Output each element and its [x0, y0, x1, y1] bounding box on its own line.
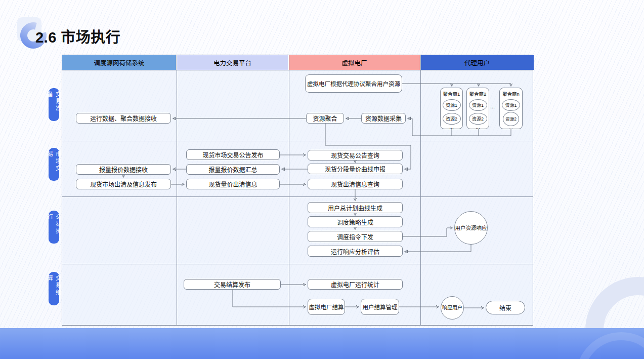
- node-vpp-operation-stats: 虚拟电厂运行统计: [308, 279, 403, 290]
- node-settlement-publish: 交易结算发布: [184, 279, 281, 290]
- more-dots: ...: [476, 126, 480, 128]
- more-dots: ...: [449, 126, 453, 128]
- resource-node: 资源2: [443, 113, 461, 125]
- node-end: 结束: [486, 301, 525, 314]
- node-spot-notice-query: 现货交易公告查询: [308, 150, 403, 161]
- aggregator-group-2: 聚合商2 资源1 资源2 ...: [466, 88, 489, 129]
- node-vpp-settlement: 虚拟电厂结算: [308, 299, 345, 315]
- aggregator-ellipsis: ...: [490, 103, 495, 109]
- resource-node: 资源1: [469, 99, 487, 111]
- node-resource-data-collect: 资源数据采集: [361, 113, 406, 124]
- node-bid-data-receive: 报量报价数据接收: [76, 164, 171, 175]
- aggregator-label: 聚合商2: [469, 90, 487, 97]
- node-bid-data-summary: 报量报价数据汇总: [186, 164, 280, 175]
- node-dispatch-command: 调度指令下发: [308, 231, 403, 242]
- node-run-data-receive: 运行数据、聚合数据接收: [76, 113, 171, 124]
- node-response-evaluation: 运行响应分析评估: [308, 246, 403, 257]
- resource-node: 资源1: [443, 99, 461, 111]
- resource-node: 资源1: [502, 99, 520, 111]
- node-user-settlement: 用户结算管理: [361, 299, 399, 315]
- resource-node: 资源2: [469, 113, 487, 125]
- bottom-band: [0, 328, 644, 359]
- node-resource-aggregation: 资源聚合: [306, 113, 344, 124]
- aggregator-group-1: 聚合商1 资源1 资源2 ...: [440, 88, 463, 129]
- node-clearing-info: 现货量价出清信息: [186, 179, 280, 189]
- node-spot-notice-publish: 现货市场交易公告发布: [186, 149, 280, 160]
- node-total-plan-curve: 用户总计划曲线生成: [308, 202, 403, 213]
- node-dispatch-strategy: 调度策略生成: [308, 216, 403, 227]
- more-dots: ...: [509, 126, 513, 129]
- aggregator-label: 聚合商1: [443, 90, 460, 97]
- resource-node: 资源2: [503, 112, 519, 126]
- nodes-layer: 运行数据、聚合数据接收 虚拟电厂根据代理协议聚合用户资源 资源聚合 资源数据采集…: [0, 0, 644, 359]
- decor-band-ring-icon: [576, 332, 644, 359]
- slide: 2.6 市场执行 调度源网荷储系统 电力交易平台 虚拟电厂 代理用户 交易准备 …: [0, 0, 644, 359]
- node-clearing-query: 现货出清信息查询: [308, 179, 403, 189]
- aggregator-group-n: 聚合商n 资源1 资源2 ...: [499, 88, 523, 129]
- aggregator-label: 聚合商n: [502, 90, 520, 97]
- node-segment-curve-submit: 现货分段量价曲线申报: [308, 164, 403, 174]
- node-user-resource-response: 用户资源响应: [454, 211, 488, 245]
- node-vpp-aggregate-users: 虚拟电厂根据代理协议聚合用户资源: [305, 74, 402, 93]
- node-clearing-publish: 现货市场出清及信息发布: [76, 179, 171, 189]
- node-responding-user: 响应用户: [441, 296, 464, 320]
